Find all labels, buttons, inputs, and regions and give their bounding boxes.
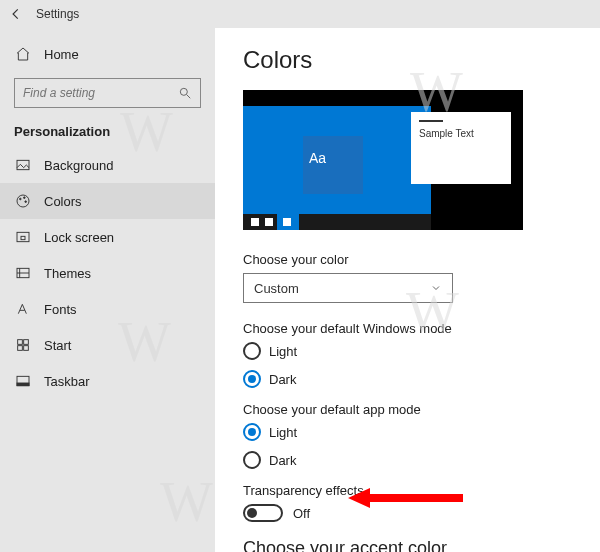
sidebar-item-lockscreen[interactable]: Lock screen <box>0 219 215 255</box>
transparency-row: Off <box>243 504 572 522</box>
sidebar-item-colors[interactable]: Colors <box>0 183 215 219</box>
sidebar-item-background[interactable]: Background <box>0 147 215 183</box>
sidebar-item-themes[interactable]: Themes <box>0 255 215 291</box>
sidebar-home-label: Home <box>44 47 79 62</box>
page-heading: Colors <box>243 46 572 74</box>
taskbar-icon <box>14 372 32 390</box>
radio-label: Light <box>269 344 297 359</box>
app-mode-group: Light Dark <box>243 423 572 469</box>
sidebar-item-label: Taskbar <box>44 374 90 389</box>
svg-point-4 <box>24 197 26 199</box>
preview-card-line <box>419 120 443 122</box>
search-input[interactable] <box>23 86 173 100</box>
preview-card-text: Sample Text <box>419 128 503 139</box>
preview-aa: Aa <box>309 150 326 166</box>
choose-color-label: Choose your color <box>243 252 572 267</box>
preview-taskbar-ico <box>251 218 259 226</box>
windows-mode-group: Light Dark <box>243 342 572 388</box>
radio-circle <box>243 423 261 441</box>
radio-circle <box>243 451 261 469</box>
transparency-state: Off <box>293 506 310 521</box>
svg-point-3 <box>20 198 22 200</box>
home-icon <box>14 45 32 63</box>
preview-taskbar-ico <box>283 218 291 226</box>
sidebar-item-fonts[interactable]: Fonts <box>0 291 215 327</box>
sidebar-item-taskbar[interactable]: Taskbar <box>0 363 215 399</box>
svg-rect-7 <box>21 236 25 239</box>
choose-color-value: Custom <box>254 281 299 296</box>
window-title: Settings <box>36 7 79 21</box>
svg-rect-12 <box>24 346 29 351</box>
radio-circle <box>243 370 261 388</box>
fonts-icon <box>14 300 32 318</box>
transparency-toggle[interactable] <box>243 504 283 522</box>
sidebar-section: Personalization <box>0 118 215 147</box>
choose-color-combo[interactable]: Custom <box>243 273 453 303</box>
sidebar-item-label: Lock screen <box>44 230 114 245</box>
content-pane: Colors Aa Sample Text Choose your color … <box>215 28 600 552</box>
radio-circle <box>243 342 261 360</box>
sidebar-item-label: Background <box>44 158 113 173</box>
windows-mode-light[interactable]: Light <box>243 342 572 360</box>
sidebar-home[interactable]: Home <box>0 36 215 72</box>
sidebar-item-start[interactable]: Start <box>0 327 215 363</box>
svg-point-2 <box>17 195 29 207</box>
titlebar: Settings <box>0 0 600 28</box>
lockscreen-icon <box>14 228 32 246</box>
palette-icon <box>14 192 32 210</box>
radio-label: Light <box>269 425 297 440</box>
svg-rect-9 <box>18 340 23 345</box>
svg-point-5 <box>25 201 27 203</box>
svg-point-0 <box>180 88 187 95</box>
svg-rect-1 <box>17 160 29 169</box>
svg-rect-11 <box>18 346 23 351</box>
search-box[interactable] <box>14 78 201 108</box>
svg-rect-6 <box>17 232 29 241</box>
app-mode-dark[interactable]: Dark <box>243 451 572 469</box>
app-mode-light[interactable]: Light <box>243 423 572 441</box>
preview-card: Sample Text <box>411 112 511 184</box>
sidebar: Home Personalization Background Colors L… <box>0 28 215 552</box>
accent-heading: Choose your accent color <box>243 538 572 552</box>
preview-taskbar-ico <box>265 218 273 226</box>
picture-icon <box>14 156 32 174</box>
sidebar-item-label: Start <box>44 338 71 353</box>
color-preview: Aa Sample Text <box>243 90 523 230</box>
sidebar-item-label: Fonts <box>44 302 77 317</box>
chevron-down-icon <box>430 282 442 294</box>
radio-label: Dark <box>269 372 296 387</box>
windows-mode-label: Choose your default Windows mode <box>243 321 572 336</box>
main-area: Home Personalization Background Colors L… <box>0 28 600 552</box>
radio-label: Dark <box>269 453 296 468</box>
svg-rect-14 <box>17 383 29 386</box>
start-icon <box>14 336 32 354</box>
toggle-knob <box>247 508 257 518</box>
arrow-left-icon <box>9 7 23 21</box>
search-icon <box>178 86 192 100</box>
svg-rect-10 <box>24 340 29 345</box>
transparency-label: Transparency effects <box>243 483 572 498</box>
sidebar-item-label: Themes <box>44 266 91 281</box>
sidebar-item-label: Colors <box>44 194 82 209</box>
app-mode-label: Choose your default app mode <box>243 402 572 417</box>
back-button[interactable] <box>0 0 32 28</box>
windows-mode-dark[interactable]: Dark <box>243 370 572 388</box>
themes-icon <box>14 264 32 282</box>
